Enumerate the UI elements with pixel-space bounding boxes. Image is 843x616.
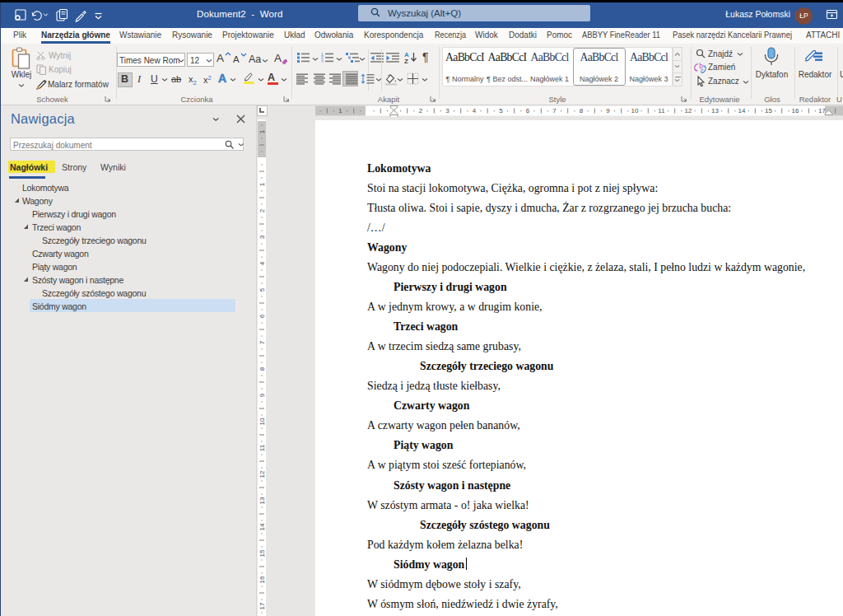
svg-text:15: 15 xyxy=(258,549,266,557)
svg-text:11: 11 xyxy=(658,107,665,114)
svg-text:3: 3 xyxy=(445,107,449,114)
svg-text:5: 5 xyxy=(258,287,266,292)
svg-text:6: 6 xyxy=(526,107,530,114)
svg-text:5: 5 xyxy=(499,107,503,114)
svg-text:13: 13 xyxy=(711,107,719,114)
svg-text:9: 9 xyxy=(258,393,266,397)
svg-text:4: 4 xyxy=(258,261,266,265)
svg-text:7: 7 xyxy=(552,107,557,114)
svg-text:12: 12 xyxy=(685,107,692,114)
svg-text:1: 1 xyxy=(258,129,266,133)
svg-text:8: 8 xyxy=(258,366,266,371)
svg-text:1: 1 xyxy=(258,182,266,186)
svg-text:12: 12 xyxy=(258,470,266,478)
svg-text:6: 6 xyxy=(258,314,266,318)
svg-text:8: 8 xyxy=(580,107,584,114)
svg-text:16: 16 xyxy=(258,576,266,583)
svg-text:4: 4 xyxy=(473,107,477,114)
svg-text:2: 2 xyxy=(419,107,423,114)
svg-text:16: 16 xyxy=(792,107,799,114)
svg-text:1: 1 xyxy=(338,107,342,114)
svg-text:Z: Z xyxy=(404,58,408,63)
svg-text:3: 3 xyxy=(321,59,324,63)
svg-text:7: 7 xyxy=(258,340,266,344)
svg-text:9: 9 xyxy=(606,107,610,114)
svg-text:2: 2 xyxy=(258,208,266,212)
svg-text:10: 10 xyxy=(631,107,639,114)
svg-text:14: 14 xyxy=(738,107,746,114)
svg-text:11: 11 xyxy=(258,444,266,451)
svg-text:14: 14 xyxy=(258,523,266,530)
svg-text:17: 17 xyxy=(258,602,266,609)
svg-text:10: 10 xyxy=(258,418,266,425)
svg-text:15: 15 xyxy=(765,107,772,114)
svg-text:3: 3 xyxy=(258,235,266,239)
svg-text:13: 13 xyxy=(258,497,266,504)
